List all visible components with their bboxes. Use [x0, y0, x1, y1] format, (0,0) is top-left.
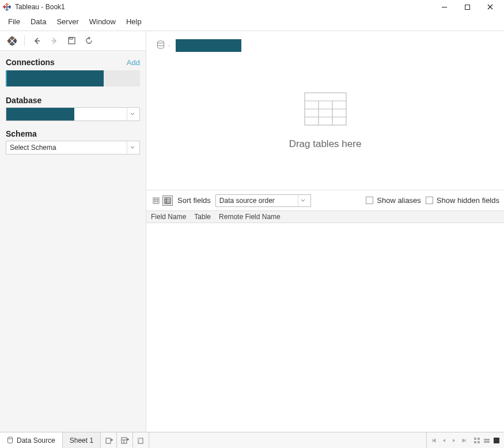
svg-rect-33	[153, 198, 159, 204]
nav-prev-button[interactable]	[440, 436, 448, 445]
tableau-app-icon	[2, 2, 12, 12]
show-aliases-label: Show aliases	[377, 196, 421, 205]
svg-rect-21	[15, 39, 16, 43]
show-tabs-button[interactable]	[473, 436, 481, 445]
list-view-button[interactable]	[162, 195, 173, 206]
show-filmstrip-button[interactable]	[483, 436, 491, 445]
chevron-down-icon	[127, 141, 137, 154]
database-icon	[7, 436, 13, 444]
nav-first-button[interactable]	[430, 436, 438, 445]
tab-data-source-label: Data Source	[17, 436, 55, 445]
database-heading: Database	[6, 96, 140, 105]
fields-grid-body	[146, 223, 504, 432]
chevron-down-icon	[127, 108, 137, 121]
tab-nav-tools	[427, 432, 504, 448]
canvas-area: · Drag tables here	[146, 31, 504, 190]
nav-last-button[interactable]	[460, 436, 468, 445]
svg-rect-55	[474, 441, 476, 443]
schema-select-value: Select Schema	[6, 144, 127, 152]
svg-rect-11	[465, 5, 469, 9]
sort-fields-value: Data source order	[219, 197, 298, 205]
show-hidden-fields-checkbox[interactable]: Show hidden fields	[426, 196, 499, 205]
tab-sheet1[interactable]: Sheet 1	[63, 432, 101, 448]
svg-rect-44	[106, 438, 111, 443]
column-field-name[interactable]: Field Name	[151, 213, 186, 221]
menu-help[interactable]: Help	[122, 16, 146, 27]
svg-rect-5	[4, 5, 5, 9]
datasource-name-field[interactable]	[176, 39, 241, 52]
dot-separator: ·	[168, 42, 170, 49]
window-close-button[interactable]	[479, 0, 502, 14]
new-worksheet-button[interactable]	[101, 432, 117, 448]
svg-rect-57	[484, 439, 490, 441]
drag-tables-hint: Drag tables here	[289, 138, 362, 150]
toolbar	[0, 31, 146, 51]
database-select[interactable]	[6, 107, 140, 121]
tab-sheet1-label: Sheet 1	[70, 436, 93, 445]
nav-next-button[interactable]	[450, 436, 458, 445]
refresh-button[interactable]	[81, 33, 96, 48]
svg-point-43	[8, 437, 13, 439]
svg-rect-54	[478, 438, 480, 440]
svg-rect-7	[9, 5, 10, 9]
svg-rect-56	[478, 441, 480, 443]
fields-header-row: Field Name Table Remote Field Name	[146, 210, 504, 223]
show-aliases-checkbox[interactable]: Show aliases	[366, 196, 421, 205]
menu-file[interactable]: File	[3, 16, 25, 27]
column-remote-field-name[interactable]: Remote Field Name	[219, 213, 281, 221]
svg-rect-59	[494, 438, 499, 443]
svg-rect-1	[5, 4, 9, 5]
checkbox-icon	[366, 197, 373, 204]
checkbox-icon	[426, 197, 433, 204]
svg-rect-25	[70, 37, 73, 39]
new-story-button[interactable]	[133, 432, 149, 448]
grid-view-button[interactable]	[151, 195, 161, 206]
menu-window[interactable]: Window	[85, 16, 120, 27]
svg-rect-15	[10, 37, 14, 39]
menu-server[interactable]: Server	[52, 16, 83, 27]
save-button[interactable]	[64, 33, 79, 48]
bottom-tabstrip: Data Source Sheet 1	[0, 432, 504, 448]
svg-point-26	[158, 41, 164, 43]
column-table[interactable]: Table	[194, 213, 211, 221]
main-panel: · Drag tables here	[146, 31, 504, 432]
tab-data-source[interactable]: Data Source	[0, 432, 63, 448]
schema-heading: Schema	[6, 129, 140, 138]
table-icon	[304, 92, 347, 126]
title-bar: Tableau - Book1	[0, 0, 504, 14]
forward-button[interactable]	[47, 33, 62, 48]
window-title: Tableau - Book1	[15, 3, 65, 11]
svg-rect-19	[9, 39, 10, 43]
tableau-logo-icon[interactable]	[5, 33, 20, 48]
window-maximize-button[interactable]	[456, 0, 479, 14]
svg-rect-58	[484, 441, 490, 443]
canvas-drop-zone[interactable]: Drag tables here	[157, 52, 494, 190]
sort-fields-label: Sort fields	[177, 196, 211, 205]
window-minimize-button[interactable]	[433, 0, 456, 14]
new-dashboard-button[interactable]	[117, 432, 133, 448]
svg-rect-53	[474, 438, 476, 440]
left-sidebar: Connections Add Database Schema Select S…	[0, 31, 146, 432]
svg-rect-3	[5, 9, 9, 10]
connection-item[interactable]	[6, 70, 140, 86]
show-sheets-button[interactable]	[492, 436, 501, 445]
back-button[interactable]	[29, 33, 44, 48]
connections-heading: Connections	[6, 58, 55, 67]
show-hidden-fields-label: Show hidden fields	[437, 196, 499, 205]
chevron-down-icon	[298, 195, 308, 206]
menu-data[interactable]: Data	[26, 16, 51, 27]
svg-rect-9	[6, 6, 8, 7]
sort-fields-select[interactable]: Data source order	[215, 194, 311, 207]
menu-bar: File Data Server Window Help	[0, 14, 504, 31]
database-icon	[157, 40, 166, 51]
svg-rect-17	[10, 43, 14, 44]
add-connection-link[interactable]: Add	[127, 58, 140, 67]
schema-select[interactable]: Select Schema	[6, 141, 140, 155]
fields-toolbar: Sort fields Data source order Show alias…	[146, 190, 504, 210]
